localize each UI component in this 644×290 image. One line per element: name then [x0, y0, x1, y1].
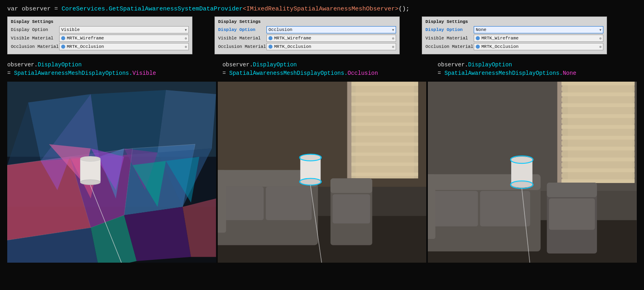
display-option-ref-1: DisplayOption — [38, 62, 82, 68]
panel2-visible-material-row: Visible Material MRTK_Wireframe ⚙ — [218, 35, 396, 42]
panel3-visible-select[interactable]: MRTK_Wireframe ⚙ — [474, 35, 603, 42]
class-ref-1: SpatialAwarenessMeshDisplayOptions. — [14, 70, 132, 76]
svg-rect-34 — [80, 159, 101, 182]
svg-rect-109 — [428, 174, 436, 239]
code-block-occlusion: observer.DisplayOption = SpatialAwarenes… — [223, 61, 422, 78]
none-value: None — [563, 70, 576, 76]
panel1-occlusion-select[interactable]: MRTK_Occlusion ⚙ — [59, 43, 189, 50]
mat-dot-4 — [268, 45, 272, 49]
svg-rect-62 — [355, 82, 414, 179]
panel1-visible-select[interactable]: MRTK_Wireframe ⚙ — [59, 35, 189, 42]
svg-point-72 — [300, 154, 320, 160]
panel2-display-arrow: ▼ — [392, 28, 394, 32]
display-option-ref-2: DisplayOption — [253, 62, 297, 68]
code-visible-line2: = SpatialAwarenessMeshDisplayOptions.Vis… — [7, 69, 206, 78]
panel3-title: Display Settings — [425, 19, 603, 24]
mat-dot-2 — [61, 45, 65, 49]
panel3-display-value: None — [476, 27, 486, 32]
panel3-occlusion-material: MRTK_Occlusion — [476, 44, 518, 49]
svg-rect-69 — [332, 194, 370, 224]
scene-occlusion — [218, 82, 427, 263]
panel2-display-select[interactable]: Occlusion ▼ — [266, 26, 396, 33]
panel3-display-select[interactable]: None ▼ — [474, 26, 603, 33]
panel1-display-arrow: ▼ — [185, 28, 187, 32]
panel2-occlusion-select[interactable]: MRTK_Occlusion ⚙ — [266, 43, 396, 50]
panel1-visible-label: Visible Material — [11, 36, 59, 41]
code-none-line1: observer.DisplayOption — [438, 61, 637, 69]
observer-ref-2: observer. — [223, 62, 253, 68]
display-option-ref-3: DisplayOption — [468, 62, 512, 68]
panel3-visible-material-row: Visible Material MRTK_Wireframe ⚙ — [425, 35, 603, 42]
panel2-visible-arrow: ⚙ — [392, 37, 394, 40]
panel1-display-label: Display Option — [11, 27, 59, 32]
equals-2: = — [223, 70, 229, 76]
svg-rect-108 — [549, 198, 595, 230]
scene-visible — [7, 82, 216, 263]
panel3-occlusion-select[interactable]: MRTK_Occlusion ⚙ — [474, 43, 603, 50]
panel2-title: Display Settings — [218, 19, 396, 24]
settings-panels-row: Display Settings Display Option Visible … — [0, 16, 644, 54]
panel3-occlusion-label: Occlusion Material — [425, 44, 474, 49]
visible-value: Visible — [132, 70, 156, 76]
svg-marker-11 — [91, 90, 166, 157]
panel1-title: Display Settings — [11, 19, 189, 24]
panel2-occlusion-material-row: Occlusion Material MRTK_Occlusion ⚙ — [218, 43, 396, 50]
svg-rect-42 — [347, 82, 351, 179]
panel1-occlusion-material: MRTK_Occlusion — [61, 44, 104, 49]
svg-point-112 — [512, 182, 533, 188]
mat-dot-1 — [61, 36, 65, 40]
settings-panel-none: Display Settings Display Option None ▼ V… — [422, 16, 607, 54]
var-keyword: var observer = — [7, 6, 62, 12]
panel1-visible-material: MRTK_Wireframe — [61, 36, 104, 41]
equals-1: = — [7, 70, 14, 76]
code-occlusion-line1: observer.DisplayOption — [223, 61, 422, 69]
svg-point-73 — [300, 179, 320, 185]
code-block-none: observer.DisplayOption = SpatialAwarenes… — [438, 61, 637, 78]
svg-rect-101 — [568, 82, 633, 183]
panel2-display-row: Display Option Occlusion ▼ — [218, 26, 396, 33]
scenes-row — [0, 82, 644, 263]
code-section: observer.DisplayOption = SpatialAwarenes… — [0, 54, 644, 82]
panel3-visible-arrow: ⚙ — [599, 37, 601, 40]
code-occlusion-line2: = SpatialAwarenessMeshDisplayOptions.Occ… — [223, 69, 422, 78]
panel2-occlusion-label: Occlusion Material — [218, 44, 266, 49]
mat-dot-3 — [268, 36, 272, 40]
panel2-visible-select[interactable]: MRTK_Wireframe ⚙ — [266, 35, 396, 42]
equals-3: = — [438, 70, 444, 76]
none-svg — [428, 82, 637, 263]
panel1-occlusion-arrow: ⚙ — [185, 45, 187, 49]
mat-dot-6 — [476, 45, 480, 49]
generic-type: <IMixedRealitySpatialAwarenessMeshObserv… — [243, 6, 398, 12]
code-visible-line1: observer.DisplayOption — [7, 61, 206, 69]
panel1-visible-arrow: ⚙ — [185, 37, 187, 40]
panel1-occlusion-material-row: Occlusion Material MRTK_Occlusion ⚙ — [11, 43, 189, 50]
panel3-occlusion-arrow: ⚙ — [599, 45, 601, 49]
svg-point-36 — [80, 180, 101, 185]
panel1-display-select[interactable]: Visible ▼ — [59, 26, 189, 33]
top-code-line: var observer = CoreServices.GetSpatialAw… — [0, 0, 644, 16]
occlusion-svg — [218, 82, 427, 263]
panel3-display-arrow: ▼ — [599, 28, 601, 32]
settings-panel-visible: Display Settings Display Option Visible … — [7, 16, 192, 54]
panel3-display-row: Display Option None ▼ — [425, 26, 603, 33]
panel2-visible-label: Visible Material — [218, 36, 266, 41]
scene-none — [428, 82, 637, 263]
panel3-display-label: Display Option — [425, 27, 474, 32]
observer-ref-1: observer. — [7, 62, 38, 68]
svg-rect-70 — [218, 170, 226, 233]
panel3-visible-material: MRTK_Wireframe — [476, 36, 518, 41]
method-suffix: (); — [398, 6, 409, 12]
code-block-visible: observer.DisplayOption = SpatialAwarenes… — [7, 61, 206, 78]
class-ref-2: SpatialAwarenessMeshDisplayOptions. — [229, 70, 347, 76]
mat-dot-5 — [476, 36, 480, 40]
settings-panel-occlusion: Display Settings Display Option Occlusio… — [215, 16, 400, 54]
panel2-visible-material: MRTK_Wireframe — [268, 36, 311, 41]
svg-point-111 — [512, 157, 533, 163]
panel3-visible-label: Visible Material — [425, 36, 474, 41]
panel1-display-row: Display Option Visible ▼ — [11, 26, 189, 33]
mesh-svg — [7, 82, 216, 263]
panel1-display-value: Visible — [61, 27, 80, 32]
svg-rect-107 — [547, 183, 597, 197]
svg-point-35 — [80, 156, 101, 161]
panel1-visible-material-row: Visible Material MRTK_Wireframe ⚙ — [11, 35, 189, 42]
